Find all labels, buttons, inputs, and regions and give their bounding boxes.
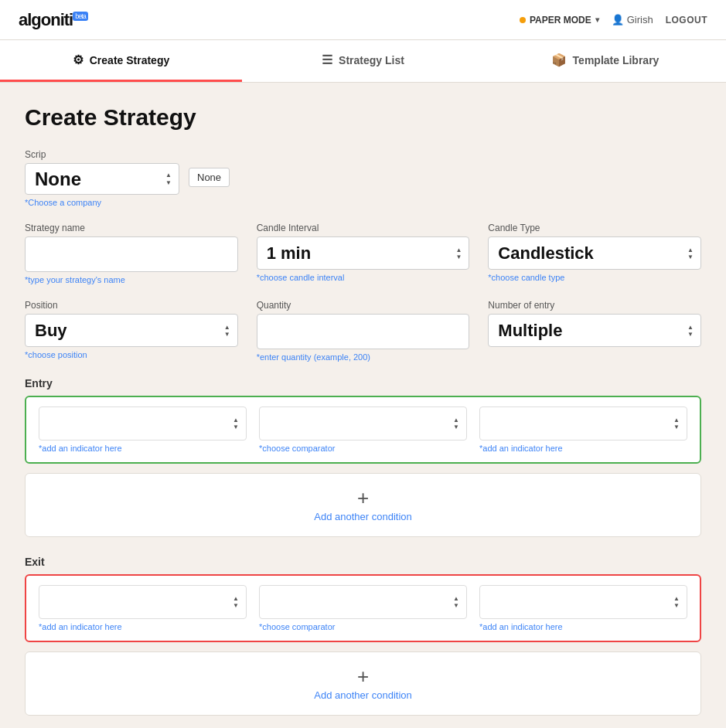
quantity-hint: *enter quantity (example, 200) xyxy=(257,352,470,362)
number-of-entry-select-wrapper: Multiple Single ▲ ▼ xyxy=(488,314,701,347)
row-strategy-candle: Strategy name *type your strategy's name… xyxy=(25,223,701,284)
row-position-quantity: Position Buy Sell ▲ ▼ *choose position Q… xyxy=(25,300,701,362)
exit-indicator1-select-wrapper: ▲ ▼ xyxy=(39,585,247,619)
entry-comparator-hint: *choose comparator xyxy=(259,444,467,453)
candle-interval-select[interactable]: 1 min 5 min 15 min 30 min 1 hour xyxy=(257,236,470,270)
scrip-tooltip: None xyxy=(189,168,230,187)
exit-condition-box: ▲ ▼ *add an indicator here > < = xyxy=(25,574,701,642)
number-of-entry-field: Number of entry Multiple Single ▲ ▼ xyxy=(488,300,701,362)
scrip-select-wrapper: None ▲ ▼ xyxy=(25,163,179,195)
strategy-name-label: Strategy name xyxy=(25,223,238,233)
quantity-field: Quantity *enter quantity (example, 200) xyxy=(257,300,470,362)
exit-indicator1-field: ▲ ▼ *add an indicator here xyxy=(39,585,247,631)
strategy-name-hint: *type your strategy's name xyxy=(25,275,238,284)
strategy-name-field: Strategy name *type your strategy's name xyxy=(25,223,238,284)
quantity-label: Quantity xyxy=(257,300,470,311)
scrip-label: Scrip xyxy=(25,149,701,160)
user-icon: 👤 xyxy=(612,14,624,26)
strategy-list-icon: ☰ xyxy=(322,53,332,67)
app-name: algoniti xyxy=(19,10,73,29)
add-exit-condition-button[interactable]: + Add another condition xyxy=(25,651,701,716)
exit-comparator-field: > < = ▲ ▼ *choose comparator xyxy=(259,585,467,631)
exit-comparator-hint: *choose comparator xyxy=(259,622,467,631)
candle-interval-hint: *choose candle interval xyxy=(257,273,470,282)
entry-condition-box: ▲ ▼ *add an indicator here > < = xyxy=(25,396,701,464)
scrip-select[interactable]: None xyxy=(25,163,179,195)
tab-template-library-label: Template Library xyxy=(573,54,660,66)
app-beta: beta xyxy=(73,12,88,21)
tab-template-library[interactable]: 📦 Template Library xyxy=(484,40,726,82)
add-exit-condition-label: Add another condition xyxy=(314,689,411,701)
entry-comparator-select[interactable]: > < = xyxy=(259,407,467,441)
entry-comparator-field: > < = ▲ ▼ *choose comparator xyxy=(259,407,467,453)
entry-indicator1-select[interactable] xyxy=(39,407,247,441)
candle-interval-field: Candle Interval 1 min 5 min 15 min 30 mi… xyxy=(257,223,470,284)
number-of-entry-select[interactable]: Multiple Single xyxy=(488,314,701,347)
scrip-hint: *Choose a company xyxy=(25,198,179,207)
exit-comparator-select[interactable]: > < = xyxy=(259,585,467,619)
logout-button[interactable]: LOGOUT xyxy=(666,15,707,26)
entry-section: Entry ▲ ▼ *add an indicator here xyxy=(25,377,701,537)
paper-mode-chevron-icon: ▾ xyxy=(595,15,599,24)
entry-comparator-select-wrapper: > < = ▲ ▼ xyxy=(259,407,467,441)
tab-create-strategy[interactable]: ⚙ Create Strategy xyxy=(0,40,242,82)
candle-type-select[interactable]: Candlestick Heikin Ashi xyxy=(488,236,701,270)
exit-indicator2-select[interactable] xyxy=(479,585,687,619)
entry-indicator1-hint: *add an indicator here xyxy=(39,444,247,453)
user-menu[interactable]: 👤 Girish xyxy=(612,14,653,26)
candle-interval-select-wrapper: 1 min 5 min 15 min 30 min 1 hour ▲ ▼ xyxy=(257,236,470,270)
candle-type-hint: *choose candle type xyxy=(488,273,701,282)
paper-mode-label: PAPER MODE xyxy=(530,15,591,26)
app-logo: algonitibeta xyxy=(19,10,88,30)
template-library-icon: 📦 xyxy=(551,53,567,67)
page-title: Create Strategy xyxy=(25,104,701,131)
paper-mode-indicator xyxy=(520,17,526,23)
scrip-section: Scrip None ▲ ▼ *Choose a company None xyxy=(25,149,701,207)
position-label: Position xyxy=(25,300,238,311)
entry-label: Entry xyxy=(25,377,701,390)
header-actions: PAPER MODE ▾ 👤 Girish LOGOUT xyxy=(520,14,707,26)
scrip-row: None ▲ ▼ *Choose a company None xyxy=(25,163,701,207)
user-name: Girish xyxy=(627,14,653,26)
quantity-input[interactable] xyxy=(257,314,470,349)
exit-indicator1-select[interactable] xyxy=(39,585,247,619)
add-condition-plus-icon: + xyxy=(357,488,369,508)
candle-type-label: Candle Type xyxy=(488,223,701,233)
position-select-wrapper: Buy Sell ▲ ▼ xyxy=(25,314,238,347)
create-strategy-icon: ⚙ xyxy=(73,53,84,67)
tab-create-strategy-label: Create Strategy xyxy=(90,54,170,66)
entry-indicator2-select[interactable] xyxy=(479,407,687,441)
add-entry-condition-label: Add another condition xyxy=(314,511,411,522)
entry-indicator1-field: ▲ ▼ *add an indicator here xyxy=(39,407,247,453)
tab-strategy-list-label: Strategy List xyxy=(339,54,404,66)
add-entry-condition-button[interactable]: + Add another condition xyxy=(25,473,701,537)
paper-mode-button[interactable]: PAPER MODE ▾ xyxy=(520,15,599,26)
exit-comparator-select-wrapper: > < = ▲ ▼ xyxy=(259,585,467,619)
strategy-name-input[interactable] xyxy=(25,236,238,272)
add-exit-condition-plus-icon: + xyxy=(357,666,369,686)
entry-indicator1-select-wrapper: ▲ ▼ xyxy=(39,407,247,441)
position-field: Position Buy Sell ▲ ▼ *choose position xyxy=(25,300,238,362)
exit-indicator2-field: ▲ ▼ *add an indicator here xyxy=(479,585,687,631)
position-hint: *choose position xyxy=(25,350,238,359)
entry-indicator2-hint: *add an indicator here xyxy=(479,444,687,453)
entry-indicator2-field: ▲ ▼ *add an indicator here xyxy=(479,407,687,453)
nav-tabs: ⚙ Create Strategy ☰ Strategy List 📦 Temp… xyxy=(0,40,726,83)
exit-label: Exit xyxy=(25,556,701,568)
candle-interval-label: Candle Interval xyxy=(257,223,470,233)
exit-indicator2-hint: *add an indicator here xyxy=(479,622,687,631)
main-content: Create Strategy Scrip None ▲ ▼ *Choose a… xyxy=(0,83,726,728)
candle-type-select-wrapper: Candlestick Heikin Ashi ▲ ▼ xyxy=(488,236,701,270)
position-select[interactable]: Buy Sell xyxy=(25,314,238,347)
entry-indicator2-select-wrapper: ▲ ▼ xyxy=(479,407,687,441)
candle-type-field: Candle Type Candlestick Heikin Ashi ▲ ▼ … xyxy=(488,223,701,284)
exit-indicator1-hint: *add an indicator here xyxy=(39,622,247,631)
entry-condition-row: ▲ ▼ *add an indicator here > < = xyxy=(39,407,687,453)
exit-section: Exit ▲ ▼ *add an indicator here xyxy=(25,556,701,716)
exit-condition-row: ▲ ▼ *add an indicator here > < = xyxy=(39,585,687,631)
header: algonitibeta PAPER MODE ▾ 👤 Girish LOGOU… xyxy=(0,0,726,40)
tab-strategy-list[interactable]: ☰ Strategy List xyxy=(242,40,484,82)
exit-indicator2-select-wrapper: ▲ ▼ xyxy=(479,585,687,619)
number-of-entry-label: Number of entry xyxy=(488,300,701,311)
